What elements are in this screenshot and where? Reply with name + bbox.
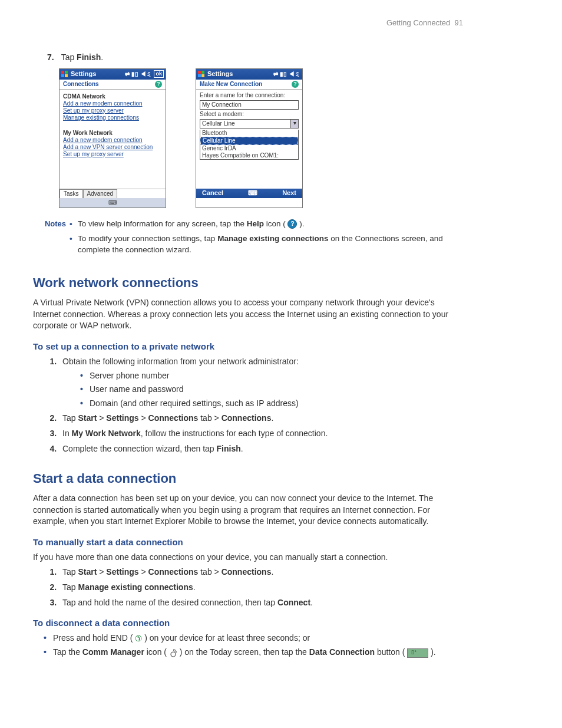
option-cellular[interactable]: Cellular Line xyxy=(200,137,298,145)
label-modem: Select a modem: xyxy=(200,111,299,118)
link-manage[interactable]: Manage existing connections xyxy=(63,114,162,121)
volume-icon: ◀ミ xyxy=(140,71,152,78)
paragraph: If you have more than one data connectio… xyxy=(33,552,463,564)
list-item: Press and hold END ( ✆ ) on your device … xyxy=(44,633,463,644)
help-icon[interactable]: ? xyxy=(292,81,299,88)
next-button[interactable]: Next xyxy=(282,189,296,197)
heading-start-data: Start a data connection xyxy=(33,470,463,488)
link-add-modem[interactable]: Add a new modem connection xyxy=(63,100,162,107)
data-connection-button-icon xyxy=(407,648,428,658)
link-proxy[interactable]: Set up my proxy server xyxy=(63,151,162,158)
link-add-vpn[interactable]: Add a new VPN server connection xyxy=(63,144,162,151)
titlebar: Settings ⇄ ▮▯ ◀ミ ok xyxy=(59,69,166,80)
start-flag-icon xyxy=(61,71,68,78)
screenshots-row: Settings ⇄ ▮▯ ◀ミ ok Connections ? CDMA N… xyxy=(59,68,463,208)
signal-icon: ▮▯ xyxy=(131,71,138,78)
signal-icon: ▮▯ xyxy=(280,71,287,78)
svg-point-0 xyxy=(171,652,176,657)
section-name: Getting Connected xyxy=(386,18,450,27)
volume-icon: ◀ミ xyxy=(289,71,300,78)
select-modem[interactable]: Cellular Line ▾ xyxy=(200,119,299,129)
list-item: Complete the connection wizard, then tap… xyxy=(59,443,463,455)
list-item: Server phone number xyxy=(80,370,463,382)
disconnect-bullets: Press and hold END ( ✆ ) on your device … xyxy=(33,633,463,658)
input-connection-name[interactable]: My Connection xyxy=(200,100,299,110)
private-steps: Obtain the following information from yo… xyxy=(33,356,463,454)
subheading-disconnect: To disconnect a data connection xyxy=(33,617,463,629)
list-item: Tap Start > Settings > Connections tab >… xyxy=(59,413,463,424)
tab-advanced[interactable]: Advanced xyxy=(83,189,117,198)
group-title: My Work Network xyxy=(63,130,162,137)
notes-label: Notes xyxy=(33,219,70,259)
label-name: Enter a name for the connection: xyxy=(200,92,299,99)
tabs: Tasks Advanced xyxy=(59,189,166,198)
list-item: Tap Start > Settings > Connections tab >… xyxy=(59,566,463,578)
list-item: Tap Manage existing connections. xyxy=(59,582,463,594)
connectivity-icon: ⇄ xyxy=(125,71,130,78)
option-irda[interactable]: Generic IrDA xyxy=(200,145,298,152)
help-icon: ? xyxy=(287,219,297,229)
option-bluetooth[interactable]: Bluetooth xyxy=(200,130,298,137)
list-item: Tap and hold the name of the desired con… xyxy=(59,597,463,609)
screen-header: Make New Connection ? xyxy=(196,80,302,90)
list-item: User name and password xyxy=(80,384,463,396)
group-title: CDMA Network xyxy=(63,93,162,100)
keyboard-icon[interactable]: ⌨ xyxy=(248,189,257,197)
ok-button[interactable]: ok xyxy=(154,70,164,78)
list-item: Tap the Comm Manager icon ( ) on the Tod… xyxy=(44,647,463,658)
option-hayes[interactable]: Hayes Compatible on COM1: xyxy=(200,152,298,159)
screenshot-connections: Settings ⇄ ▮▯ ◀ミ ok Connections ? CDMA N… xyxy=(59,68,166,208)
cancel-button[interactable]: Cancel xyxy=(202,189,223,197)
heading-work-network: Work network connections xyxy=(33,274,463,292)
keyboard-icon[interactable]: ⌨ xyxy=(108,199,117,206)
manual-steps: Tap Start > Settings > Connections tab >… xyxy=(33,566,463,608)
help-icon[interactable]: ? xyxy=(155,81,162,88)
end-key-icon: ✆ xyxy=(135,633,142,645)
note-item: To modify your connection settings, tap … xyxy=(70,233,463,256)
list-item: Obtain the following information from yo… xyxy=(59,356,463,409)
link-proxy[interactable]: Set up my proxy server xyxy=(63,107,162,114)
screen-header: Connections ? xyxy=(59,80,166,90)
dropdown-arrow-icon[interactable]: ▾ xyxy=(290,120,298,128)
screen-body: Enter a name for the connection: My Conn… xyxy=(196,90,302,189)
page-number: 91 xyxy=(455,18,463,27)
page-header: Getting Connected 91 xyxy=(33,18,463,28)
link-add-modem[interactable]: Add a new modem connection xyxy=(63,137,162,144)
start-flag-icon xyxy=(198,71,205,78)
subheading-manual: To manually start a data connection xyxy=(33,536,463,548)
note-item: To view help information for any screen,… xyxy=(70,219,463,230)
screen-body: CDMA Network Add a new modem connection … xyxy=(59,90,166,189)
list-item: Domain (and other required settings, suc… xyxy=(80,398,463,410)
paragraph: A Virtual Private Network (VPN) connecti… xyxy=(33,297,463,332)
step-7: 7. Tap Finish. xyxy=(47,52,463,64)
sip-bar[interactable]: ⌨ xyxy=(59,198,166,207)
step-number: 7. xyxy=(47,52,59,64)
softkey-bar: Cancel ⌨ Next xyxy=(196,189,302,198)
list-item: In My Work Network, follow the instructi… xyxy=(59,428,463,440)
notes-block: Notes To view help information for any s… xyxy=(33,219,463,259)
subheading-private: To set up a connection to a private netw… xyxy=(33,340,463,353)
titlebar: Settings ⇄ ▮▯ ◀ミ xyxy=(196,69,302,80)
connectivity-icon: ⇄ xyxy=(273,71,278,78)
tab-tasks[interactable]: Tasks xyxy=(59,189,83,198)
modem-dropdown: Bluetooth Cellular Line Generic IrDA Hay… xyxy=(200,130,299,160)
comm-manager-icon xyxy=(169,649,177,657)
paragraph: After a data connection has been set up … xyxy=(33,493,463,528)
screenshot-new-connection: Settings ⇄ ▮▯ ◀ミ Make New Connection ? E… xyxy=(196,68,303,208)
